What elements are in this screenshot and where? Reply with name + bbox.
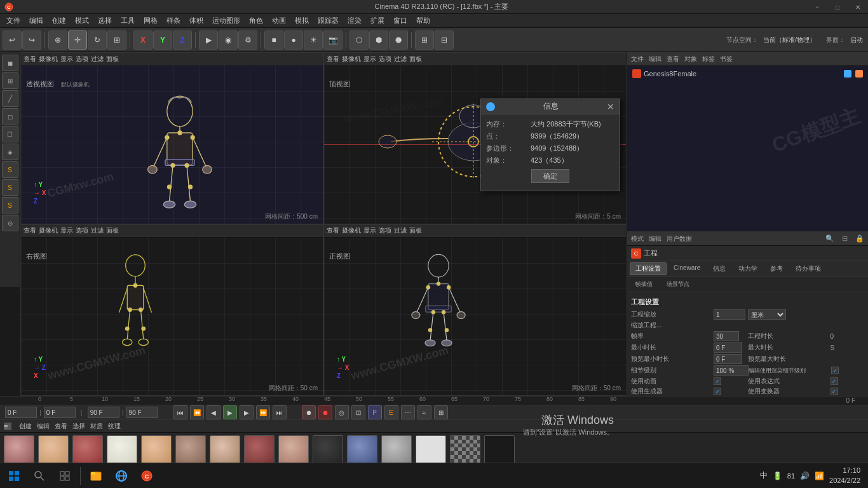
- axis-y-btn[interactable]: Y: [153, 30, 172, 50]
- frame-current-input[interactable]: [44, 407, 76, 418]
- mat-create[interactable]: 创建: [19, 422, 32, 431]
- undo-button[interactable]: ↩: [3, 30, 22, 50]
- vp-tr-filter[interactable]: 过滤: [394, 55, 407, 64]
- menu-character[interactable]: 角色: [245, 15, 267, 27]
- info-ok-button[interactable]: 确定: [531, 169, 569, 183]
- vp-tl-view[interactable]: 查看: [24, 55, 36, 64]
- menu-mode[interactable]: 模式: [71, 15, 93, 27]
- model-mode-btn[interactable]: ◼: [2, 55, 18, 71]
- cube-btn[interactable]: ■: [264, 30, 283, 50]
- menu-file[interactable]: 文件: [3, 15, 24, 27]
- menu-window[interactable]: 窗口: [390, 15, 411, 27]
- pb-prev-frame[interactable]: ◀: [207, 405, 220, 419]
- minimize-button[interactable]: －: [807, 0, 827, 14]
- tab-cineware[interactable]: Cineware: [668, 262, 706, 275]
- camera-btn[interactable]: 📷: [323, 30, 342, 50]
- vp-br-filter[interactable]: 过滤: [394, 226, 407, 235]
- info-dialog-close[interactable]: ✕: [607, 102, 614, 112]
- vp-tr-display[interactable]: 显示: [363, 55, 376, 64]
- tab-dynamics[interactable]: 动力学: [733, 262, 763, 275]
- edge-mode-btn[interactable]: ╱: [2, 90, 18, 107]
- vp-br-display[interactable]: 显示: [363, 226, 376, 235]
- deform-btn[interactable]: ⬡: [349, 30, 369, 50]
- menu-edit[interactable]: 编辑: [25, 15, 47, 27]
- vp-tl-display[interactable]: 显示: [60, 55, 73, 64]
- prev-min-input[interactable]: [714, 354, 742, 364]
- attr-mode-btn[interactable]: 模式: [631, 234, 644, 243]
- viewport-perspective[interactable]: 查看 摄像机 显示 选项 过滤 面板 透视视图 默认摄象机: [20, 52, 323, 224]
- deform-cb[interactable]: [831, 388, 838, 395]
- pb-path[interactable]: ◎: [335, 405, 349, 419]
- attr-edit-btn[interactable]: 编辑: [649, 234, 661, 243]
- obj-mgr-bookmark[interactable]: 书签: [720, 55, 733, 64]
- pb-play[interactable]: ▶: [223, 405, 237, 419]
- pb-goto-start[interactable]: ⏮: [173, 405, 187, 419]
- mat-view[interactable]: 查看: [55, 422, 67, 431]
- vp-bl-filter[interactable]: 过滤: [91, 226, 104, 235]
- vp-tr-view[interactable]: 查看: [327, 55, 339, 64]
- pb-next-key[interactable]: ⏩: [256, 405, 270, 419]
- vp-tl-panel[interactable]: 面板: [106, 55, 119, 64]
- lod-render-cb[interactable]: [831, 367, 839, 374]
- menu-help[interactable]: 帮助: [412, 15, 434, 27]
- menu-mograph[interactable]: 运动图形: [208, 15, 244, 27]
- poly-mode-btn[interactable]: ◻: [2, 108, 18, 125]
- close-button[interactable]: ✕: [848, 0, 868, 14]
- frame-end-input[interactable]: [88, 407, 119, 418]
- walk-mode-btn[interactable]: S: [2, 197, 18, 214]
- mat-texture[interactable]: 纹理: [108, 422, 121, 431]
- menu-create[interactable]: 创建: [48, 15, 70, 27]
- menu-mesh[interactable]: 网格: [140, 15, 161, 27]
- subtab-scene-nodes[interactable]: 场景节点: [661, 278, 695, 290]
- menu-select[interactable]: 选择: [94, 15, 116, 27]
- attr-user-btn[interactable]: 用户数据: [667, 234, 692, 243]
- maximize-button[interactable]: □: [827, 0, 848, 14]
- menu-volume[interactable]: 体积: [186, 15, 207, 27]
- pb-motion[interactable]: ≈: [417, 405, 431, 419]
- render-vp-btn[interactable]: ◉: [219, 30, 238, 50]
- vp-bl-select[interactable]: 选项: [76, 226, 88, 235]
- select-btn[interactable]: ⊕: [48, 30, 67, 50]
- vp-bl-camera[interactable]: 摄像机: [39, 226, 58, 235]
- min-input[interactable]: [714, 342, 742, 353]
- pb-record[interactable]: ⏺: [318, 405, 332, 419]
- menu-spline[interactable]: 样条: [163, 15, 184, 27]
- obj-mgr-object[interactable]: 对象: [684, 55, 697, 64]
- tab-info[interactable]: 信息: [707, 262, 731, 275]
- vp-br-view[interactable]: 查看: [327, 226, 339, 235]
- obj-mgr-edit[interactable]: 编辑: [649, 55, 661, 64]
- vp-tr-panel[interactable]: 面板: [409, 55, 422, 64]
- vp-bl-view[interactable]: 查看: [24, 226, 36, 235]
- scale-input[interactable]: [714, 309, 745, 320]
- redo-button[interactable]: ↪: [22, 30, 41, 50]
- taskview-button[interactable]: [53, 464, 76, 487]
- viewport-right[interactable]: 查看 摄像机 显示 选项 过滤 面板 右视图 www.CGMXW.com: [20, 224, 323, 396]
- vp-br-camera[interactable]: 摄像机: [342, 226, 361, 235]
- axis-z-btn[interactable]: Z: [173, 30, 192, 50]
- scene-item-genesis[interactable]: Genesis8Female: [630, 69, 865, 79]
- render-settings-btn[interactable]: ⚙: [238, 30, 257, 50]
- tab-ref[interactable]: 参考: [764, 262, 789, 275]
- frame-preview-end-input[interactable]: [126, 407, 158, 418]
- lod-input[interactable]: [714, 365, 749, 376]
- taskbar-cinema4d[interactable]: C: [135, 464, 158, 487]
- boole-btn[interactable]: ⬣: [389, 30, 408, 50]
- subtab-frame-interp[interactable]: 帧插值: [630, 278, 658, 290]
- vp-br-select[interactable]: 选项: [379, 226, 391, 235]
- texture-mode-btn[interactable]: ☐: [2, 126, 18, 142]
- pb-goto-end[interactable]: ⏭: [273, 405, 287, 419]
- mat-select[interactable]: 选择: [72, 422, 85, 431]
- move-btn[interactable]: ✛: [68, 30, 87, 50]
- pb-rot[interactable]: P: [368, 405, 382, 419]
- fps-input[interactable]: [714, 331, 739, 341]
- vp-bl-panel[interactable]: 面板: [106, 226, 119, 235]
- vp-br-panel[interactable]: 面板: [409, 226, 422, 235]
- menu-tracker[interactable]: 跟踪器: [314, 15, 342, 27]
- search-button[interactable]: [28, 464, 51, 487]
- pb-next-frame[interactable]: ▶: [240, 405, 254, 419]
- obj-mgr-view[interactable]: 查看: [667, 55, 679, 64]
- axis-x-btn[interactable]: X: [133, 30, 153, 50]
- menu-simulate[interactable]: 模拟: [291, 15, 313, 27]
- mesh-mode-btn[interactable]: ⊞: [2, 72, 18, 89]
- pb-prev-key[interactable]: ⏪: [190, 405, 204, 419]
